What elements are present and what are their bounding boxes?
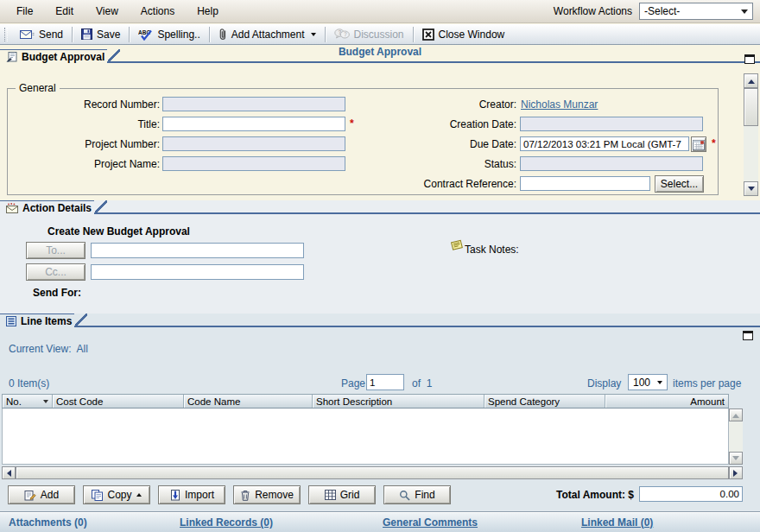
column-code-name[interactable]: Code Name	[184, 395, 313, 408]
total-amount-label: Total Amount: $	[484, 489, 634, 501]
scroll-up-button[interactable]	[744, 73, 758, 88]
close-window-button[interactable]: Close Window	[415, 26, 513, 43]
creator-label: Creator:	[363, 98, 516, 111]
scroll-left-button[interactable]	[2, 466, 16, 479]
line-items-maximize-icon[interactable]	[743, 331, 753, 340]
record-scrollbar[interactable]	[744, 73, 758, 196]
task-notes-label: Task Notes:	[465, 244, 519, 256]
tab-line-items[interactable]: Line Items	[0, 314, 74, 327]
scroll-right-button[interactable]	[729, 466, 743, 479]
cc-button: Cc...	[26, 263, 86, 281]
tab-budget-approval[interactable]: Budget Approval	[0, 49, 107, 63]
contract-reference-field[interactable]	[520, 176, 650, 191]
scrollbar-track[interactable]	[744, 126, 758, 181]
status-field	[520, 156, 703, 171]
menu-help[interactable]: Help	[186, 1, 230, 22]
import-icon	[169, 490, 180, 501]
scroll-up-button[interactable]	[729, 408, 743, 421]
discussion-bubbles-icon: ??	[334, 28, 350, 41]
column-short-description[interactable]: Short Description	[313, 395, 484, 408]
task-notes-icon[interactable]	[450, 238, 464, 254]
budget-approval-window: File Edit View Actions Help Workflow Act…	[0, 0, 760, 532]
items-per-page-label: items per page	[673, 377, 741, 390]
send-for-label: Send For:	[33, 287, 81, 299]
import-button[interactable]: Import	[158, 485, 225, 504]
menu-view[interactable]: View	[85, 1, 130, 22]
workflow-actions-select[interactable]: -Select-	[639, 3, 753, 20]
spelling-button[interactable]: ABC Spelling..	[130, 26, 207, 43]
send-button[interactable]: Send	[12, 26, 71, 43]
record-number-label: Record Number:	[13, 98, 160, 111]
find-button[interactable]: Find	[383, 485, 451, 504]
action-heading: Create New Budget Approval	[48, 225, 190, 238]
footer-links-bar: Attachments (0) Linked Records (0) Gener…	[0, 511, 760, 532]
display-label: Display	[587, 377, 621, 390]
total-amount-field	[639, 486, 743, 502]
copy-menu-caret-icon	[136, 491, 142, 497]
line-items-toolbar: Add Copy Import Remove Grid Find	[8, 485, 451, 504]
to-field[interactable]	[91, 243, 304, 258]
general-comments-link[interactable]: General Comments	[383, 516, 478, 529]
remove-button[interactable]: Remove	[233, 485, 301, 504]
workflow-actions-value: -Select-	[644, 5, 680, 17]
page-input[interactable]	[366, 374, 404, 390]
record-form-icon	[6, 52, 17, 62]
discussion-button: ?? Discussion	[326, 26, 412, 43]
add-attachment-button[interactable]: Add Attachment	[211, 26, 324, 43]
linked-records-link[interactable]: Linked Records (0)	[180, 516, 273, 529]
title-label: Title:	[13, 118, 160, 130]
triangle-down-icon	[748, 187, 755, 194]
project-name-label: Project Name:	[13, 158, 160, 170]
current-view-value[interactable]: All	[77, 343, 88, 355]
creator-link[interactable]: Nicholas Munzar	[521, 98, 598, 111]
due-date-calendar-button[interactable]	[691, 136, 706, 152]
calendar-icon	[693, 139, 705, 150]
toolbar-separator	[413, 27, 414, 42]
attachments-link[interactable]: Attachments (0)	[9, 516, 87, 529]
column-no[interactable]: No.	[3, 395, 53, 408]
menu-actions[interactable]: Actions	[130, 1, 186, 22]
scrollbar-thumb[interactable]	[16, 466, 729, 479]
contract-reference-select-button[interactable]: Select...	[655, 175, 704, 193]
linked-mail-link[interactable]: Linked Mail (0)	[581, 516, 653, 529]
table-vertical-scrollbar[interactable]	[729, 408, 743, 465]
tab-action-details[interactable]: Action Details	[0, 200, 94, 214]
scroll-down-button[interactable]	[744, 181, 758, 196]
table-horizontal-scrollbar[interactable]	[2, 466, 743, 479]
grid-icon	[325, 490, 336, 500]
tab-diagonal	[74, 314, 87, 327]
toolbar-separator	[129, 27, 130, 42]
project-number-label: Project Number:	[13, 138, 160, 150]
column-spend-category[interactable]: Spend Category	[484, 395, 605, 408]
creation-date-label: Creation Date:	[363, 118, 516, 130]
attachment-menu-caret-icon[interactable]	[311, 33, 316, 39]
due-date-required-marker: *	[712, 137, 716, 149]
scroll-down-button[interactable]	[729, 452, 743, 465]
menu-edit[interactable]: Edit	[44, 1, 85, 22]
current-view-label: Current View:	[9, 343, 71, 355]
creation-date-field	[520, 117, 703, 131]
title-field[interactable]	[162, 117, 345, 131]
grid-button[interactable]: Grid	[308, 485, 376, 504]
line-items-table-header: No. Cost Code Code Name Short Descriptio…	[2, 394, 729, 408]
due-date-field[interactable]	[520, 136, 689, 151]
scrollbar-thumb[interactable]	[744, 88, 758, 126]
line-items-table-body	[2, 408, 729, 465]
search-icon	[399, 490, 410, 501]
column-amount[interactable]: Amount	[605, 395, 728, 408]
record-maximize-icon[interactable]	[744, 54, 755, 64]
scrollbar-track[interactable]	[729, 421, 743, 452]
current-view: Current View: All	[9, 343, 88, 355]
workflow-actions-label: Workflow Actions	[554, 5, 632, 17]
save-button[interactable]: Save	[73, 26, 128, 43]
display-select[interactable]: 100	[628, 374, 668, 390]
add-button[interactable]: Add	[8, 485, 75, 504]
menu-file[interactable]: File	[5, 1, 44, 22]
toolbar: Send Save ABC Spelling.. Add Attachment …	[0, 24, 760, 45]
cc-field[interactable]	[91, 264, 304, 280]
column-cost-code[interactable]: Cost Code	[53, 395, 184, 408]
triangle-right-icon	[733, 470, 741, 477]
copy-button[interactable]: Copy	[83, 485, 150, 504]
record-number-field	[162, 97, 345, 111]
send-envelope-icon	[20, 29, 35, 40]
